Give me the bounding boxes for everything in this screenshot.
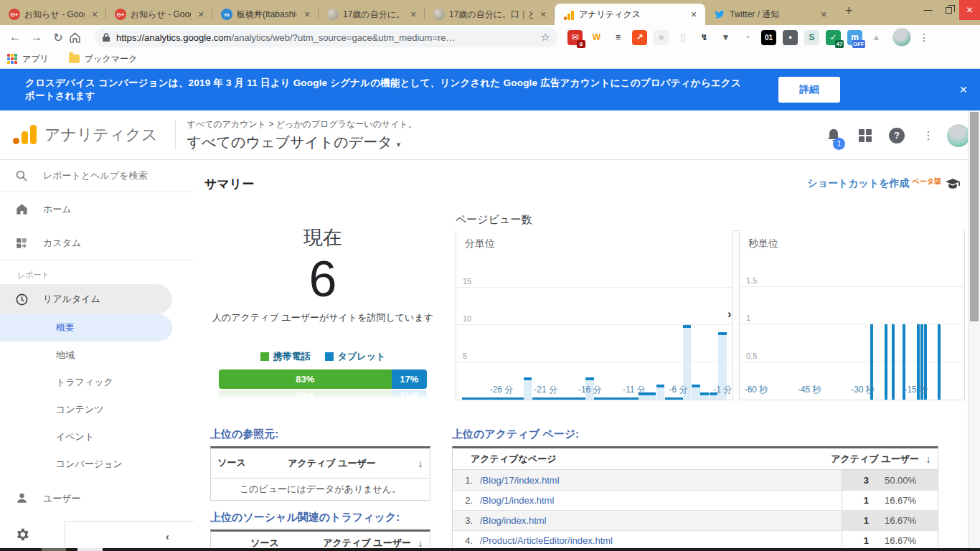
pageviews-per-minute-chart[interactable]: 分単位 51015-26 分-21 分-16 分-11 分-6 分-1 分 [456, 230, 733, 400]
tab-twitter[interactable]: Twitter / 通知 ✕ [705, 4, 835, 25]
back-button[interactable]: ← [4, 31, 26, 44]
pageviews-zero-segment [514, 397, 524, 400]
active-page-link[interactable]: /Blog/17/index.html [480, 470, 842, 490]
extension-icon[interactable]: ▯ [675, 30, 690, 45]
top-social-heading[interactable]: 上位のソーシャル関連のトラフィック: [210, 511, 430, 524]
extension-icon[interactable]: ∗ [654, 30, 669, 45]
tab-close-icon[interactable]: ✕ [688, 10, 699, 19]
extension-icon[interactable]: mOFF [847, 30, 862, 45]
home-button[interactable] [69, 32, 90, 44]
extension-icon[interactable]: W [589, 30, 604, 45]
admin-settings-button[interactable] [14, 527, 30, 542]
sidebar-item-events[interactable]: イベント [0, 423, 194, 451]
pageviews-bar-cap [683, 325, 692, 328]
view-selector[interactable]: すべてのウェブサイトのデータ▾ [187, 133, 417, 152]
pages-users-header[interactable]: アクティブ ユーザー [831, 453, 919, 466]
tab-close-icon[interactable]: ✕ [195, 10, 207, 19]
tab-google-plus-1[interactable]: G+ お知らせ - Google+ ✕ [0, 4, 106, 25]
sort-descending-icon[interactable]: ↓ [919, 453, 938, 465]
top-referrals-heading[interactable]: 上位の参照元: [210, 428, 430, 441]
tab-blog-1[interactable]: 17歳の自分に。口｜どっ ✕ [319, 4, 425, 25]
scrollbar-thumb[interactable] [970, 112, 979, 321]
referrals-users-header[interactable]: アクティブ ユーザー [253, 457, 411, 470]
reload-button[interactable]: ↻ [47, 31, 69, 44]
sidebar-item-users[interactable]: ユーザー [0, 481, 194, 515]
pageviews-per-second-chart[interactable]: 秒単位 0.511.5-60 秒-45 秒-30 秒-15 秒 [739, 230, 965, 400]
extension-icon[interactable]: ≡ [611, 30, 626, 45]
sort-descending-icon[interactable]: ↓ [411, 537, 430, 549]
referrals-source-header[interactable]: ソース [211, 457, 253, 468]
graduation-cap-icon[interactable] [946, 179, 960, 189]
sidebar-item-content[interactable]: コンテンツ [0, 396, 194, 423]
analytics-logo[interactable] [13, 124, 37, 146]
bookmark-folder-icon[interactable] [69, 55, 80, 63]
device-split-bar[interactable]: 83% 17% [219, 369, 427, 389]
browser-menu-icon[interactable]: ⋮ [918, 32, 930, 43]
extension-icon[interactable]: • [783, 30, 798, 45]
active-page-link[interactable]: /Blog/index.html [480, 511, 842, 530]
window-minimize-button[interactable]: — [918, 0, 938, 20]
extension-icon[interactable]: ▲ [869, 30, 884, 45]
tab-close-icon[interactable]: ✕ [407, 10, 419, 19]
collapse-sidebar-icon[interactable]: ‹ [166, 530, 169, 542]
new-tab-button[interactable]: + [845, 4, 853, 19]
bookmark-folder-label[interactable]: ブックマーク [85, 53, 137, 65]
sidebar-item-home[interactable]: ホーム [0, 192, 194, 226]
sidebar-item-locations[interactable]: 地域 [0, 342, 194, 369]
tab-google-plus-2[interactable]: G+ お知らせ - Google+ ✕ [106, 4, 212, 25]
extension-icon[interactable]: ✉8 [567, 30, 583, 45]
expand-chart-chevron-icon[interactable]: › [727, 307, 732, 321]
window-close-button[interactable]: ✕ [959, 0, 980, 20]
google-apps-button[interactable] [849, 129, 881, 142]
sidebar-item-custom[interactable]: カスタム [0, 226, 194, 260]
help-button[interactable]: ? [881, 128, 913, 143]
y-axis-tick-label: 1.5 [746, 276, 757, 285]
sidebar-item-overview[interactable]: 概要 [0, 314, 172, 342]
tab-close-icon[interactable]: ✕ [301, 10, 313, 19]
banner-details-button[interactable]: 詳細 [778, 77, 840, 103]
create-shortcut-link[interactable]: ショートカットを作成 [807, 177, 909, 190]
report-search[interactable]: レポートとヘルプを検索 [0, 160, 194, 192]
apps-grid-icon[interactable] [7, 54, 17, 64]
extension-icon[interactable]: ◔ [740, 30, 755, 45]
extension-icon[interactable]: ↗ [632, 30, 647, 45]
apps-shortcut[interactable]: アプリ [22, 53, 49, 65]
sidebar-item-traffic[interactable]: トラフィック [0, 369, 194, 396]
top-active-pages-heading[interactable]: 上位のアクティブ ページ: [452, 428, 938, 441]
notifications-bell-button[interactable]: 1 [818, 128, 849, 143]
extension-icon[interactable]: ▼ [718, 30, 733, 45]
window-restore-button[interactable] [938, 0, 959, 20]
x-axis-tick-label: -11 分 [623, 384, 646, 396]
social-source-header[interactable]: ソース [211, 537, 319, 550]
extension-icon[interactable]: 01 [761, 30, 776, 45]
tab-close-icon[interactable]: ✕ [818, 10, 829, 19]
header-menu-icon[interactable]: ⋮ [913, 129, 944, 142]
sort-descending-icon[interactable]: ↓ [411, 458, 430, 469]
tab-close-icon[interactable]: ✕ [89, 10, 100, 19]
reports-section-label: レポート [0, 260, 194, 284]
active-page-link[interactable]: /Product/ArticleEditor/index.html [480, 531, 842, 550]
pageviews-zero-segment [559, 397, 568, 400]
sidebar-item-realtime[interactable]: リアルタイム [0, 284, 172, 314]
social-users-header[interactable]: アクティブ ユーザー [319, 537, 411, 550]
active-page-link[interactable]: /Blog/1/index.html [480, 491, 842, 510]
sidebar-footer: ‹ [0, 521, 194, 551]
tab-mastodon[interactable]: m 板橋丼(Itabashi-don) ✕ [212, 4, 319, 25]
bookmark-star-icon[interactable]: ☆ [541, 31, 550, 44]
pages-page-header[interactable]: アクティブなページ [453, 453, 831, 466]
tab-close-icon[interactable]: ✕ [537, 10, 549, 19]
tab-blog-2[interactable]: 17歳の自分に。口｜どっ ✕ [425, 4, 555, 25]
banner-close-icon[interactable]: ✕ [959, 84, 968, 95]
sidebar-item-conversions[interactable]: コンバージョン [0, 451, 194, 478]
url-bar[interactable]: https://analytics.google.com/analytics/w… [95, 27, 557, 47]
extension-icon[interactable]: S [804, 30, 819, 45]
browser-profile-avatar[interactable] [892, 28, 911, 47]
legend-tablet: タブレット [325, 350, 386, 363]
forward-button[interactable]: → [26, 31, 47, 44]
extension-icon[interactable]: ↯ [697, 30, 712, 45]
device-bar-reflection: 83% 17% [219, 390, 427, 402]
account-avatar[interactable] [947, 124, 970, 147]
extension-icon[interactable]: ✓47 [826, 30, 841, 45]
page-scrollbar[interactable] [968, 110, 980, 551]
tab-analytics-active[interactable]: アナリティクス ✕ [555, 4, 705, 25]
